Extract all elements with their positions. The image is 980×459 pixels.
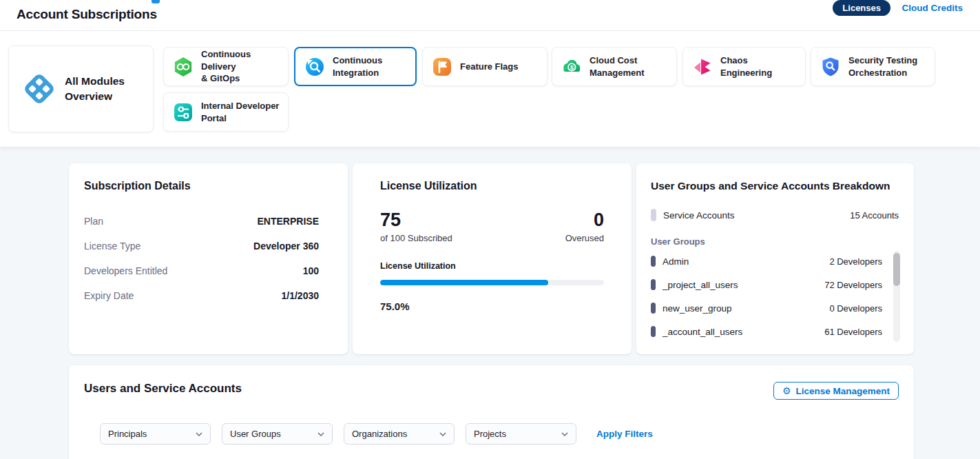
detail-label: Expiry Date [84,290,134,301]
licenses-tab-button[interactable]: Licenses [833,0,890,16]
group-value: 61 Developers [824,327,882,337]
service-accounts-row: Service Accounts 15 Accounts [651,209,900,221]
used-stat: 75 of 100 Subscribed [380,210,452,243]
page-header: Account Subscriptions Licenses Cloud Cre… [0,0,980,31]
detail-row-license-type: License Type Developer 360 [84,234,333,258]
overused-stat: 0 Overused [565,210,604,243]
group-value: 0 Developers [829,303,882,314]
used-value: 75 [380,210,452,231]
license-utilization-title: License Utilization [380,180,604,192]
detail-value: 1/1/2030 [282,290,320,301]
utilization-stats: 75 of 100 Subscribed 0 Overused [380,210,604,243]
tile-label: Continuous Delivery & GitOps [201,48,280,85]
gear-icon: ⚙ [782,386,791,396]
chaos-engineering-icon [691,56,713,78]
service-accounts-marker-icon [651,209,656,221]
subscription-details-card: Subscription Details Plan ENTERPRISE Lic… [69,163,348,354]
detail-value: ENTERPRISE [258,216,319,227]
clipped-nav-icon [152,0,160,3]
group-row-project-all-users: _project_all_users 72 Developers [651,273,882,296]
tile-label: Chaos Engineering [720,54,797,79]
all-modules-icon [23,72,56,105]
users-section-title: Users and Service Accounts [84,382,242,396]
detail-row-developers-entitled: Developers Entitled 100 [84,258,333,283]
detail-value: Developer 360 [253,241,319,252]
page-content: Subscription Details Plan ENTERPRISE Lic… [0,147,980,459]
user-groups-header: User Groups [651,236,900,247]
group-row-admin: Admin 2 Developers [651,249,882,273]
tile-chaos-engineering[interactable]: Chaos Engineering [682,47,806,86]
group-marker-icon [651,256,656,267]
apply-filters-link[interactable]: Apply Filters [596,429,653,439]
group-name: _project_all_users [663,280,738,290]
utilization-bar-fill [380,280,548,285]
subscription-details-rows: Plan ENTERPRISE License Type Developer 3… [84,209,333,308]
detail-row-expiry-date: Expiry Date 1/1/2030 [84,283,333,308]
group-name: _account_all_users [663,327,742,337]
page-title: Account Subscriptions [17,7,157,22]
tile-internal-developer-portal[interactable]: Internal Developer Portal [163,92,289,132]
tile-label: Internal Developer Portal [201,100,279,124]
utilization-bar-label: License Utilization [380,261,604,271]
filters-row: Principals User Groups Organizations Pro… [100,423,899,445]
tile-security-testing-orchestration[interactable]: Security Testing Orchestration [811,47,935,86]
all-modules-overview-label: All Modules Overview [65,74,125,105]
tile-label: Cloud Cost Management [590,54,644,79]
overused-value: 0 [565,210,604,231]
groups-scrollbar[interactable] [893,251,900,342]
user-groups-filter-dropdown[interactable]: User Groups [222,423,333,445]
group-row-new-user-group: new_user_group 0 Developers [651,296,882,320]
service-accounts-value: 15 Accounts [850,210,899,221]
group-marker-icon [651,326,656,337]
tile-all-modules-overview[interactable]: All Modules Overview [8,45,154,132]
users-and-service-accounts-card: Users and Service Accounts ⚙ License Man… [69,365,914,459]
detail-label: Developers Entitled [84,265,167,276]
detail-value: 100 [303,265,319,276]
utilization-bar [380,280,604,285]
tile-continuous-delivery-gitops[interactable]: Continuous Delivery & GitOps [163,47,289,86]
group-row-account-all-users: _account_all_users 61 Developers [651,320,882,343]
breakdown-title: User Groups and Service Accounts Breakdo… [651,180,900,192]
tile-label: Continuous Integration [333,54,382,79]
detail-label: Plan [84,216,103,227]
filter-label: Projects [474,429,506,439]
groups-scrollbar-thumb[interactable] [893,253,900,286]
license-management-button[interactable]: ⚙ License Management [773,382,899,400]
principals-filter-dropdown[interactable]: Principals [100,423,211,445]
continuous-delivery-icon [172,56,194,78]
cloud-cost-icon: $ [561,56,583,78]
filter-label: Organizations [352,429,407,439]
continuous-integration-icon [304,56,326,78]
projects-filter-dropdown[interactable]: Projects [466,423,576,445]
tile-feature-flags[interactable]: Feature Flags [422,47,548,86]
utilization-percent: 75.0% [380,300,604,312]
feature-flags-icon [431,56,453,78]
filter-label: User Groups [230,429,281,439]
subscription-details-title: Subscription Details [84,180,333,192]
service-accounts-label: Service Accounts [663,210,735,221]
chevron-down-icon [561,432,568,436]
detail-row-plan: Plan ENTERPRISE [84,209,333,234]
license-management-label: License Management [795,386,890,396]
svg-text:$: $ [570,63,574,70]
chevron-down-icon [196,432,202,436]
group-marker-icon [651,279,656,290]
tile-cloud-cost-management[interactable]: $ Cloud Cost Management [552,47,677,86]
tile-label: Security Testing Orchestration [848,54,917,79]
user-groups-list: Admin 2 Developers _project_all_users 72… [651,249,900,343]
internal-developer-portal-icon [172,101,194,123]
breakdown-card: User Groups and Service Accounts Breakdo… [636,163,914,354]
chevron-down-icon [317,432,324,436]
organizations-filter-dropdown[interactable]: Organizations [344,423,455,445]
detail-label: License Type [84,241,140,252]
group-value: 2 Developers [829,256,882,267]
overused-caption: Overused [565,233,604,243]
group-value: 72 Developers [824,280,882,290]
license-utilization-card: License Utilization 75 of 100 Subscribed… [353,163,632,354]
cloud-credits-tab-link[interactable]: Cloud Credits [901,3,963,13]
group-name: Admin [663,256,689,267]
used-caption: of 100 Subscribed [380,233,452,243]
filter-label: Principals [108,429,147,439]
tile-continuous-integration[interactable]: Continuous Integration [294,47,417,86]
security-testing-icon [820,56,842,78]
